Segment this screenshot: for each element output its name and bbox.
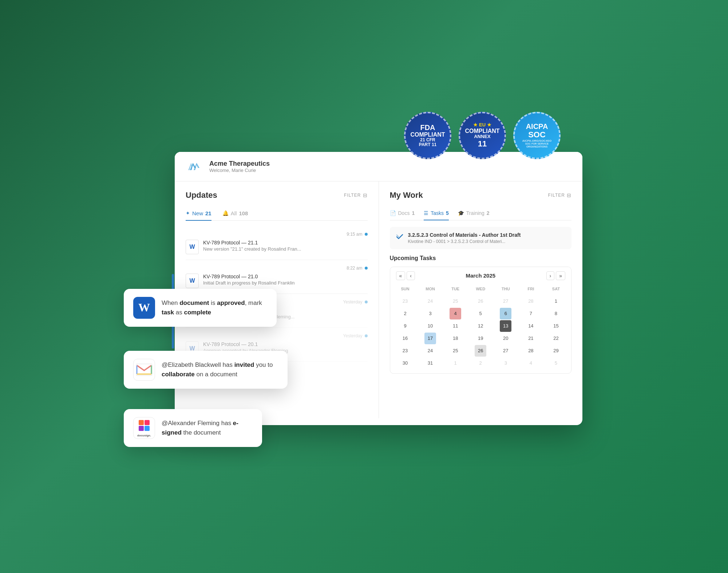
mywork-tab-training[interactable]: 🎓 Training 2 <box>458 207 490 220</box>
cal-date-15[interactable]: 15 <box>550 320 562 332</box>
all-tab-label: All <box>231 210 237 216</box>
cal-date-30[interactable]: 30 <box>399 357 411 369</box>
tasks-tab-label: Tasks <box>431 210 444 216</box>
cal-date-3-next[interactable]: 3 <box>500 357 511 369</box>
cal-date-24-prev[interactable]: 24 <box>424 295 436 307</box>
cal-date-8[interactable]: 8 <box>550 308 562 319</box>
word-app-icon: W <box>133 297 155 319</box>
cal-date-11[interactable]: 11 <box>450 320 461 332</box>
cal-next-button[interactable]: › <box>546 271 555 280</box>
app-logo <box>186 159 204 174</box>
cal-date-17[interactable]: 17 <box>424 333 436 344</box>
update-time-4: Yesterday <box>186 333 368 338</box>
cal-date-2[interactable]: 2 <box>399 308 411 319</box>
mywork-tab-docs[interactable]: 📄 Docs 1 <box>390 207 415 220</box>
fda-badge-line4: Part 11 <box>419 142 436 147</box>
docusign-card-text: @Alexander Fleming has e-signed the docu… <box>162 419 253 437</box>
doc-icon-1 <box>186 240 199 254</box>
cal-date-26-prev[interactable]: 26 <box>475 295 486 307</box>
app-welcome: Welcome, Marie Curie <box>209 168 270 173</box>
cal-next-next-button[interactable]: » <box>556 271 565 280</box>
update-content-2: KV-789 Protocol — 21.0 Initial Draft in … <box>186 274 368 288</box>
aicpa-line4: SOC for Service Organizations <box>518 142 555 148</box>
task-content-1: 3.2.S.2.3 Control of Materials - Author … <box>408 232 521 244</box>
cal-date-4-next[interactable]: 4 <box>525 357 537 369</box>
mywork-title: My Work <box>390 191 423 200</box>
task-item-1[interactable]: 3.2.S.2.3 Control of Materials - Author … <box>390 227 572 249</box>
cal-date-9[interactable]: 9 <box>399 320 411 332</box>
cal-date-27-prev[interactable]: 27 <box>500 295 511 307</box>
cal-date-19[interactable]: 19 <box>475 333 486 344</box>
update-desc-2: Initial Draft in progress by Rosalind Fr… <box>203 280 294 286</box>
mywork-filter-button[interactable]: FILTER ⊟ <box>548 192 571 198</box>
fda-badge-line1: FDA <box>420 123 435 132</box>
cal-date-5-next[interactable]: 5 <box>550 357 562 369</box>
eu-badge-annex: Annex <box>474 134 491 139</box>
cal-date-28-prev[interactable]: 28 <box>525 295 537 307</box>
tab-new[interactable]: ✦ New 21 <box>186 207 211 221</box>
cal-date-18[interactable]: 18 <box>450 333 461 344</box>
cal-date-23[interactable]: 23 <box>399 345 411 357</box>
cal-date-14[interactable]: 14 <box>525 320 537 332</box>
cal-nav-next-group: › » <box>546 271 565 280</box>
app-name: Acme Therapeutics <box>209 160 270 168</box>
cal-date-10[interactable]: 10 <box>424 320 436 332</box>
floating-card-gmail: @Elizabeth Blackwell has invited you to … <box>124 351 288 389</box>
cal-date-1[interactable]: 1 <box>550 295 562 307</box>
cal-date-25-prev[interactable]: 25 <box>450 295 461 307</box>
cal-date-21[interactable]: 21 <box>525 333 537 344</box>
filter-icon: ⊟ <box>363 192 368 198</box>
cal-date-31[interactable]: 31 <box>424 357 436 369</box>
cal-prev-prev-button[interactable]: « <box>396 271 405 280</box>
cal-date-29[interactable]: 29 <box>550 345 562 357</box>
aicpa-line3: aicpa.org/soc4so <box>522 140 551 143</box>
cal-date-4[interactable]: 4 <box>450 308 461 319</box>
cal-date-12[interactable]: 12 <box>475 320 486 332</box>
updates-panel-header: Updates FILTER ⊟ <box>186 191 368 200</box>
eu-star-top: ★ EU ★ <box>473 122 491 127</box>
cal-date-25[interactable]: 25 <box>450 345 461 357</box>
cal-prev-button[interactable]: ‹ <box>407 271 415 280</box>
cal-day-wed: WED <box>468 284 493 293</box>
cal-date-28[interactable]: 28 <box>525 345 537 357</box>
updates-title: Updates <box>186 191 217 200</box>
cal-day-sat: SAT <box>544 284 568 293</box>
cal-date-3[interactable]: 3 <box>424 308 436 319</box>
cal-day-mon: MON <box>418 284 443 293</box>
doc-icon-2 <box>186 274 199 288</box>
update-title-2: KV-789 Protocol — 21.0 <box>203 274 294 279</box>
cal-date-27[interactable]: 27 <box>500 345 511 357</box>
cal-date-22[interactable]: 22 <box>550 333 562 344</box>
cal-date-13-today[interactable]: 13 <box>500 320 511 332</box>
calendar: « ‹ March 2025 › » SUN MON TU <box>390 267 572 374</box>
cal-date-23-prev[interactable]: 23 <box>399 295 411 307</box>
tasks-tab-count: 5 <box>446 210 449 216</box>
update-desc-1: New version "21.1" created by Rosalind F… <box>203 246 301 252</box>
time-dot-4 <box>365 334 368 337</box>
cal-day-sun: SUN <box>393 284 418 293</box>
cal-date-7[interactable]: 7 <box>525 308 537 319</box>
docs-tab-label: Docs <box>398 210 410 216</box>
cal-date-6[interactable]: 6 <box>500 308 511 319</box>
training-tab-label: Training <box>466 210 484 216</box>
cal-date-2-next[interactable]: 2 <box>475 357 486 369</box>
cal-day-tue: TUE <box>443 284 468 293</box>
task-check-icon <box>396 233 404 243</box>
mywork-tab-tasks[interactable]: ☰ Tasks 5 <box>424 207 449 220</box>
cal-date-20[interactable]: 20 <box>500 333 511 344</box>
cal-date-5[interactable]: 5 <box>475 308 486 319</box>
all-tab-count: 108 <box>239 210 248 216</box>
update-item-1[interactable]: 9:15 am KV-789 Protocol — 21.1 New versi… <box>186 226 368 260</box>
cal-date-26[interactable]: 26 <box>475 345 486 357</box>
updates-filter-button[interactable]: FILTER ⊟ <box>344 192 367 198</box>
cal-date-24[interactable]: 24 <box>424 345 436 357</box>
cal-dates: 23 24 25 26 27 28 1 2 3 4 5 6 <box>393 295 569 369</box>
time-dot-2 <box>365 267 368 270</box>
cal-date-16[interactable]: 16 <box>399 333 411 344</box>
cal-date-1-next[interactable]: 1 <box>450 357 461 369</box>
aicpa-line1: AICPA <box>526 122 548 130</box>
update-title-4: KV-789 Protocol — 20.1 <box>203 341 288 347</box>
tab-all[interactable]: 🔔 All 108 <box>222 207 248 221</box>
svg-rect-2 <box>139 420 144 425</box>
update-text-2: KV-789 Protocol — 21.0 Initial Draft in … <box>203 274 294 286</box>
